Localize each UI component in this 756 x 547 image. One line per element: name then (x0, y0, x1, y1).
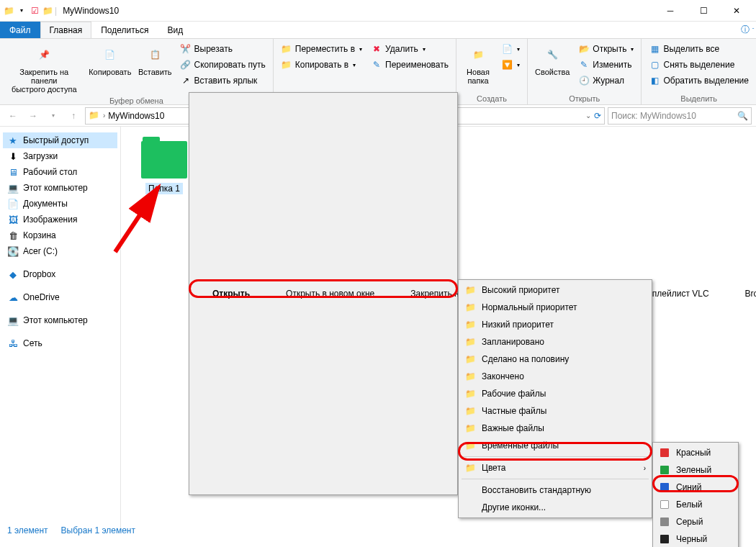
rename-icon: ✎ (371, 59, 382, 71)
close-button[interactable]: ✕ (720, 0, 753, 22)
nav-onedrive[interactable]: ☁OneDrive (3, 289, 117, 305)
nav-quick-access[interactable]: ★Быстрый доступ (3, 132, 117, 148)
paste-shortcut-button[interactable]: ↗Вставить ярлык (177, 73, 269, 88)
downloads-icon: ⬇ (7, 150, 19, 162)
mark-private[interactable]: 📁Частные файлы (460, 402, 650, 420)
ctx-adobe[interactable]: Browse in Adobe Bridge CS5.1 (724, 94, 756, 493)
nav-this-pc-2[interactable]: 💻Этот компьютер (3, 312, 117, 328)
green-square-icon (659, 464, 670, 476)
maximize-button[interactable]: ☐ (687, 0, 720, 22)
tab-view[interactable]: Вид (158, 22, 192, 38)
drive-icon: 💽 (7, 245, 19, 257)
recycle-icon: 🗑 (7, 230, 19, 241)
copy-path-button[interactable]: 🔗Скопировать путь (177, 58, 269, 72)
new-item-button[interactable]: 📄▾ (498, 42, 523, 56)
up-button[interactable]: ↑ (65, 107, 82, 125)
tab-share[interactable]: Поделиться (91, 22, 158, 38)
folder-mark-icon: 📁 (464, 440, 476, 451)
new-folder-button[interactable]: 📁 Новая папка (461, 42, 495, 86)
qat-folder-icon[interactable]: 📁 (42, 5, 53, 17)
status-bar: 1 элемент Выбран 1 элемент (7, 525, 135, 535)
color-white[interactable]: Белый (654, 496, 737, 513)
network-icon: 🖧 (7, 338, 19, 349)
mark-high[interactable]: 📁Высокий приоритет (460, 281, 650, 299)
color-green[interactable]: Зеленый (654, 461, 737, 479)
nav-network[interactable]: 🖧Сеть (3, 335, 117, 351)
mark-half[interactable]: 📁Сделано на половину (460, 351, 650, 368)
mark-done[interactable]: 📁Закончено (460, 368, 650, 385)
properties-icon: 🔧 (541, 43, 564, 66)
moveto-icon: 📁 (281, 43, 292, 55)
folder-mark-icon: 📁 (464, 462, 476, 474)
color-blue[interactable]: Синий (654, 479, 737, 496)
minimize-button[interactable]: ─ (654, 0, 687, 22)
mark-planned[interactable]: 📁Запланировано (460, 333, 650, 351)
status-selected: Выбран 1 элемент (61, 525, 135, 535)
nav-dropbox[interactable]: ◆Dropbox (3, 266, 117, 282)
delete-button[interactable]: ✖Удалить▾ (368, 42, 451, 56)
tab-file[interactable]: Файл (0, 22, 40, 38)
color-gray[interactable]: Серый (654, 513, 737, 530)
red-square-icon (659, 447, 670, 458)
dropbox-icon: ◆ (7, 268, 19, 280)
open-icon: 📂 (578, 43, 590, 55)
mark-low[interactable]: 📁Низкий приоритет (460, 316, 650, 333)
nav-recycle[interactable]: 🗑Корзина (3, 227, 117, 243)
mark-important[interactable]: 📁Важные файлы (460, 420, 650, 437)
pin-quick-button[interactable]: 📌 Закрепить на панели быстрого доступа (4, 42, 84, 95)
nav-desktop[interactable]: 🖥Рабочий стол (3, 164, 117, 180)
nav-this-pc[interactable]: 💻Этот компьютер (3, 180, 117, 196)
nav-pane: ★Быстрый доступ ⬇Загрузки 🖥Рабочий стол … (0, 127, 121, 530)
copy-button[interactable]: 📄 Копировать (87, 42, 134, 78)
pin-icon: 📌 (32, 43, 55, 66)
nav-pictures[interactable]: 🖼Изображения (3, 212, 117, 227)
ctx-open-new[interactable]: Открыть в новом окне (264, 94, 389, 493)
rename-button[interactable]: ✎Переименовать (368, 58, 451, 72)
open-button[interactable]: 📂Открыть▾ (575, 42, 636, 56)
mark-temp[interactable]: 📁Временные файлы (460, 437, 650, 454)
qat-down-icon[interactable]: ▾ (16, 5, 27, 17)
ctx-open[interactable]: Открыть (191, 94, 264, 493)
context-menu-marks: 📁Высокий приоритет 📁Нормальный приоритет… (458, 279, 652, 518)
ribbon-collapse-icon[interactable]: ⓘˇ (739, 21, 756, 38)
nav-acer[interactable]: 💽Acer (C:) (3, 243, 117, 259)
copy-to-button[interactable]: 📁Копировать в▾ (278, 58, 365, 72)
forward-button[interactable]: → (24, 107, 42, 125)
context-menu-colors: Красный Зеленый Синий Белый Серый Черный (652, 442, 739, 547)
mark-other[interactable]: Другие иконки... (460, 499, 650, 516)
color-black[interactable]: Черный (654, 530, 737, 547)
folder-mark-icon: 📁 (464, 336, 476, 348)
history-button[interactable]: 🕘Журнал (575, 73, 636, 88)
folder-item[interactable]: Папка 1 (135, 141, 193, 194)
move-to-button[interactable]: 📁Переместить в▾ (278, 42, 365, 56)
mark-restore[interactable]: Восстановить стандартную (460, 482, 650, 499)
paste-icon: 📋 (143, 43, 166, 66)
easy-access-button[interactable]: 🔽▾ (498, 58, 523, 72)
path-icon: 🔗 (180, 59, 192, 71)
paste-button[interactable]: 📋 Вставить (136, 42, 174, 78)
history-drop-button[interactable]: ▾ (45, 107, 62, 125)
scissors-icon: ✂️ (180, 43, 192, 55)
nav-documents[interactable]: 📄Документы (3, 196, 117, 212)
qat-check-icon[interactable]: ☑ (29, 5, 40, 17)
invert-selection-button[interactable]: ◧Обратить выделение (646, 73, 752, 88)
window-title: MyWindows10 (63, 6, 119, 16)
nav-downloads[interactable]: ⬇Загрузки (3, 148, 117, 164)
select-none-button[interactable]: ▢Снять выделение (646, 58, 752, 72)
onedrive-icon: ☁ (7, 291, 19, 303)
properties-button[interactable]: 🔧 Свойства (532, 42, 572, 78)
mark-colors[interactable]: 📁Цвета› (460, 459, 650, 476)
title-bar: 📁 ▾ ☑ 📁 | MyWindows10 ─ ☐ ✕ (0, 0, 756, 22)
mark-work[interactable]: 📁Рабочие файлы (460, 385, 650, 402)
mark-normal[interactable]: 📁Нормальный приоритет (460, 299, 650, 316)
delete-icon: ✖ (371, 43, 382, 55)
tab-home[interactable]: Главная (40, 22, 92, 38)
back-button[interactable]: ← (4, 107, 22, 125)
edit-button[interactable]: ✎Изменить (575, 58, 636, 72)
newfolder-icon: 📁 (467, 43, 490, 66)
select-all-button[interactable]: ▦Выделить все (646, 42, 752, 56)
folder-mark-icon: 📁 (464, 353, 476, 365)
color-red[interactable]: Красный (654, 444, 737, 461)
ribbon-tabs: Файл Главная Поделиться Вид ⓘˇ (0, 22, 756, 39)
cut-button[interactable]: ✂️Вырезать (177, 42, 269, 56)
